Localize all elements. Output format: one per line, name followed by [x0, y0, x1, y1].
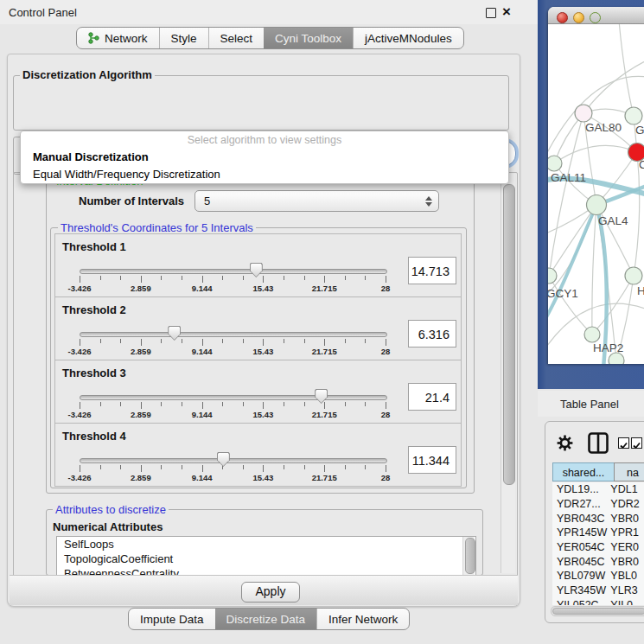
slider-thumb[interactable]	[168, 326, 181, 341]
minor-tick	[345, 402, 346, 406]
slider-thumb[interactable]	[217, 452, 230, 467]
minor-tick	[161, 339, 162, 343]
tab-label: jActiveMNodules	[365, 32, 452, 45]
slider-track[interactable]	[80, 332, 387, 337]
tab-style[interactable]: Style	[159, 28, 208, 48]
vertical-scrollbar[interactable]	[501, 174, 515, 573]
tick-label: 15.43	[253, 347, 274, 356]
cell-shared-name[interactable]: YDL19...	[552, 483, 610, 495]
cell-name[interactable]: YDL1	[610, 483, 644, 495]
horizontal-scrollbar-thumb[interactable]	[552, 608, 644, 615]
minor-tick	[284, 276, 284, 280]
dropdown-option-manual[interactable]: Manual Discretization	[21, 149, 508, 166]
vertical-scrollbar-thumb[interactable]	[503, 184, 515, 485]
cell-shared-name[interactable]: YIL052C	[552, 599, 610, 605]
cell-shared-name[interactable]: YBL079W	[552, 570, 610, 582]
slider-track[interactable]	[80, 458, 387, 463]
zoom-traffic-light[interactable]	[590, 12, 601, 23]
tab-impute-data[interactable]: Impute Data	[129, 609, 215, 629]
combo-stepper-icon[interactable]	[424, 196, 432, 207]
slider-track[interactable]	[80, 395, 387, 400]
slider-thumb[interactable]	[315, 389, 328, 404]
table-row[interactable]: YDL19...YDL1	[552, 482, 644, 497]
minor-tick	[182, 339, 182, 343]
node-GAL11[interactable]	[548, 156, 562, 171]
node-GAL4[interactable]	[587, 195, 607, 215]
tick-label: 2.859	[131, 410, 151, 419]
threshold-value-field[interactable]: 6.316	[408, 320, 456, 348]
table-row[interactable]: YBL079WYBL0	[552, 569, 644, 583]
node-GA[interactable]	[625, 107, 642, 124]
tab-select[interactable]: Select	[208, 28, 265, 48]
major-tick	[202, 465, 203, 472]
node-unlabeled[interactable]	[609, 353, 624, 364]
major-tick	[202, 402, 203, 409]
cell-name[interactable]: YBL0	[610, 570, 644, 582]
close-icon[interactable]: ×	[502, 3, 511, 21]
tab-infer-network[interactable]: Infer Network	[316, 609, 409, 629]
cell-name[interactable]: YPR1	[610, 526, 644, 539]
tab-label: Infer Network	[328, 613, 398, 626]
checkbox-icon[interactable]	[631, 437, 642, 449]
cell-name[interactable]: YBR0	[610, 556, 644, 568]
tab-discretize-data[interactable]: Discretize Data	[215, 609, 317, 629]
cell-name[interactable]: YLR3	[610, 584, 644, 596]
cell-shared-name[interactable]: YLR345W	[552, 584, 610, 596]
node-H[interactable]	[625, 267, 642, 284]
apply-strip: Apply	[10, 575, 518, 605]
gear-icon[interactable]	[557, 435, 573, 451]
float-window-icon[interactable]	[486, 8, 496, 18]
horizontal-scrollbar[interactable]	[551, 606, 644, 616]
column-layout-icon[interactable]	[588, 432, 609, 454]
network-canvas[interactable]: GAL80GACGAL11GAL4GCY1HHAP2	[548, 24, 644, 364]
cell-name[interactable]: YER0	[610, 541, 644, 553]
threshold-row-3: Threshold 3-3.4262.8599.14415.4321.71528…	[54, 360, 462, 424]
tab-cyni-toolbox[interactable]: Cyni Toolbox	[264, 28, 353, 48]
cell-name[interactable]: YIL0	[610, 599, 644, 605]
cell-shared-name[interactable]: YDR27...	[552, 498, 610, 510]
node-label: GA	[635, 124, 644, 137]
column-header-shared-name[interactable]: shared...	[552, 462, 615, 481]
tick-label: 2.859	[131, 284, 151, 293]
node-GAL80[interactable]	[575, 105, 592, 122]
cell-shared-name[interactable]: YBR045C	[552, 556, 610, 568]
close-traffic-light[interactable]	[557, 12, 568, 23]
number-of-intervals-combobox[interactable]: 5	[194, 190, 439, 212]
list-scrollbar[interactable]	[462, 537, 475, 576]
cell-name[interactable]: YDR2	[610, 498, 644, 510]
table-row[interactable]: YER054CYER0	[552, 540, 644, 555]
minor-tick	[284, 465, 284, 469]
cell-shared-name[interactable]: YPR145W	[552, 526, 610, 539]
node-HAP2[interactable]	[584, 327, 600, 342]
tab-network[interactable]: Network	[77, 28, 159, 48]
node-GCY1[interactable]	[548, 268, 557, 284]
threshold-value-field[interactable]: 21.4	[408, 383, 456, 411]
apply-button[interactable]: Apply	[241, 582, 300, 603]
tab-jactivemnodules[interactable]: jActiveMNodules	[353, 28, 463, 48]
dropdown-option-equal-width[interactable]: Equal Width/Frequency Discretization	[21, 166, 508, 183]
table-row[interactable]: YIL052CYIL0	[552, 598, 644, 606]
tab-label: Select	[220, 32, 253, 45]
column-header-name[interactable]: na	[614, 462, 644, 481]
cell-shared-name[interactable]: YBR043C	[552, 513, 610, 525]
list-item[interactable]: TopologicalCoefficient	[57, 552, 475, 566]
list-item[interactable]: SelfLoops	[57, 537, 475, 552]
cell-name[interactable]: YBR0	[610, 513, 644, 525]
cell-shared-name[interactable]: YER054C	[552, 541, 610, 553]
table-row[interactable]: YBR045CYBR0	[552, 554, 644, 569]
network-window-titlebar[interactable]	[548, 7, 644, 24]
table-row[interactable]: YBR043CYBR0	[552, 511, 644, 526]
major-tick	[141, 402, 142, 409]
list-scrollbar-thumb[interactable]	[465, 538, 475, 574]
table-row[interactable]: YPR145WYPR1	[552, 526, 644, 540]
minimize-traffic-light[interactable]	[573, 12, 584, 23]
tick-label: 2.859	[131, 347, 151, 356]
threshold-value-field[interactable]: 14.713	[408, 257, 456, 284]
table-row[interactable]: YDR27...YDR2	[552, 497, 644, 512]
slider-thumb[interactable]	[250, 263, 263, 277]
checkbox-icon[interactable]	[618, 437, 629, 449]
threshold-value-field[interactable]: 11.344	[408, 446, 456, 474]
major-tick	[141, 339, 142, 346]
table-row[interactable]: YLR345WYLR3	[552, 583, 644, 598]
slider-track[interactable]	[80, 269, 387, 274]
